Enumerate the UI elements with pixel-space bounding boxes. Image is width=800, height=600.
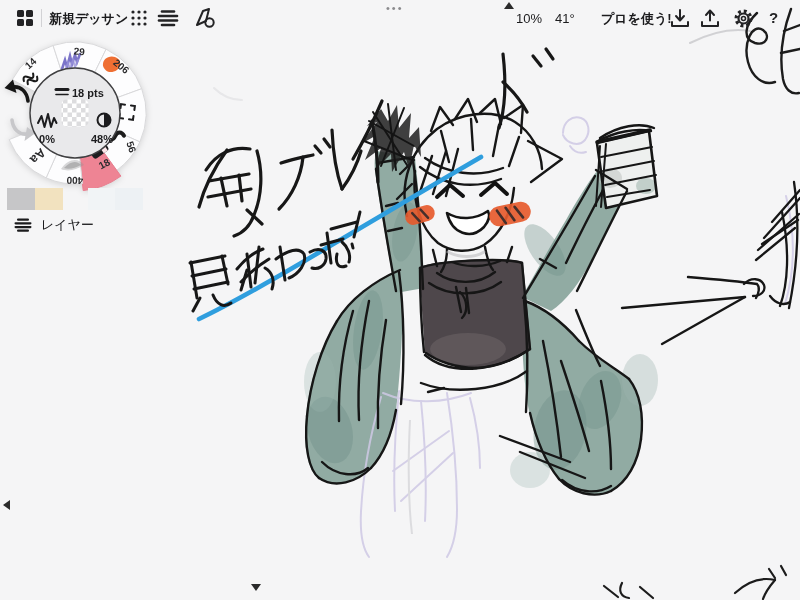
- canvas-edge-marker-bottom[interactable]: [251, 584, 261, 591]
- handwriting-line-2: [190, 212, 360, 311]
- wheel-label-29: 29: [73, 46, 85, 58]
- color-swatch-light-2[interactable]: [115, 188, 143, 210]
- layers-label: レイヤー: [41, 216, 94, 234]
- right-edge-sketch: [744, 182, 800, 308]
- canvas-edge-marker-top[interactable]: [504, 2, 514, 9]
- faint-strokes: [214, 30, 750, 100]
- layers-stack-icon: [14, 217, 32, 233]
- active-color-swatch-checker[interactable]: [62, 100, 89, 127]
- opacity-value: 48%: [91, 133, 113, 145]
- pen-nib-icon: [197, 9, 214, 27]
- wheel-label-400: 400: [66, 175, 83, 187]
- import-icon: [672, 10, 688, 26]
- import-button[interactable]: [671, 9, 689, 28]
- help-button[interactable]: ?: [769, 9, 778, 26]
- arrow-scribble: [622, 277, 759, 344]
- smoothing-value: 0%: [39, 133, 55, 145]
- color-swatch-light-1[interactable]: [88, 188, 115, 210]
- zoom-level[interactable]: 10%: [516, 11, 542, 27]
- stroke-size-value: 18 pts: [72, 87, 104, 99]
- precision-tools-button[interactable]: [194, 8, 216, 28]
- color-swatch-cream[interactable]: [35, 188, 63, 210]
- app-window: 新規デッサン ••• 10% 41° プロを使う!: [0, 0, 800, 600]
- gear-icon: [736, 11, 751, 26]
- bottom-edge-scribble: [604, 566, 786, 599]
- layers-button[interactable]: レイヤー: [14, 216, 94, 234]
- settings-button[interactable]: [734, 9, 753, 28]
- rotation-angle[interactable]: 41°: [555, 11, 575, 27]
- open-smile-mouth: [447, 211, 489, 234]
- character-sketch: [300, 99, 793, 557]
- color-swatch-gray[interactable]: [7, 188, 35, 210]
- pro-upgrade-button[interactable]: プロを使う!: [601, 11, 672, 27]
- tool-wheel: 14 29 206 56 18 400 Aa 18 pts 0%: [0, 0, 170, 210]
- export-button[interactable]: [701, 9, 719, 28]
- canvas-edge-marker-left[interactable]: [3, 500, 10, 510]
- toolbar-drag-handle[interactable]: •••: [386, 2, 404, 14]
- export-icon: [702, 11, 718, 27]
